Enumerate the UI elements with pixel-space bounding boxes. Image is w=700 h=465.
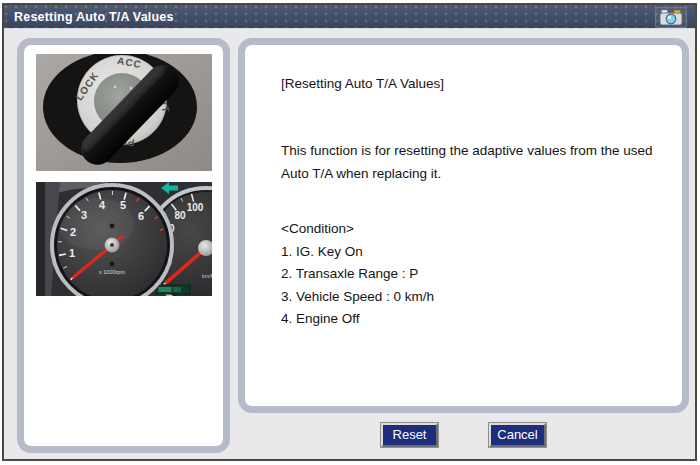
condition-item-3: 3. Vehicle Speed : 0 km/h [281, 286, 662, 309]
tach-number-6: 6 [137, 210, 143, 222]
tach-number-3: 3 [80, 209, 86, 221]
speed-unit-label: km/h [202, 273, 212, 279]
speed-number-100: 100 [186, 202, 203, 213]
tach-number-4: 4 [98, 199, 105, 211]
camera-button[interactable] [655, 7, 687, 28]
tach-number-5: 5 [119, 199, 125, 211]
instruction-panel: [Resetting Auto T/A Values] This functio… [238, 38, 689, 413]
tach-unit-label: x 1000rpm [99, 269, 125, 275]
instruction-description-line2: Auto T/A when replacing it. [281, 162, 662, 185]
image-panel: LOCK ACC START PUSH [17, 38, 230, 453]
condition-item-4: 4. Engine Off [281, 308, 662, 331]
tach-number-1: 1 [68, 247, 74, 259]
ignition-key-cylinder-photo: LOCK ACC START PUSH [36, 54, 212, 171]
dialog-window: Resetting Auto T/A Values [2, 3, 697, 461]
title-bar: Resetting Auto T/A Values [4, 5, 695, 29]
instruction-description-line1: This function is for resetting the adapt… [281, 139, 662, 162]
instruction-heading: [Resetting Auto T/A Values] [281, 72, 662, 95]
tachometer-gauge: 1 2 3 4 5 6 x 1000rpm [52, 185, 172, 296]
condition-item-1: 1. IG. Key On [281, 241, 662, 264]
reset-button[interactable]: Reset [381, 423, 438, 447]
camera-icon [659, 9, 683, 26]
condition-item-2: 2. Transaxle Range : P [281, 263, 662, 286]
tach-number-2: 2 [69, 226, 75, 238]
dialog-title: Resetting Auto T/A Values [14, 10, 174, 24]
instrument-cluster-photo: 20 40 60 80 100 km/h [36, 182, 212, 296]
dialog-body: LOCK ACC START PUSH [4, 30, 695, 459]
condition-header: <Condition> [281, 218, 662, 241]
cancel-button[interactable]: Cancel [489, 423, 546, 447]
speed-number-80: 80 [174, 210, 186, 221]
